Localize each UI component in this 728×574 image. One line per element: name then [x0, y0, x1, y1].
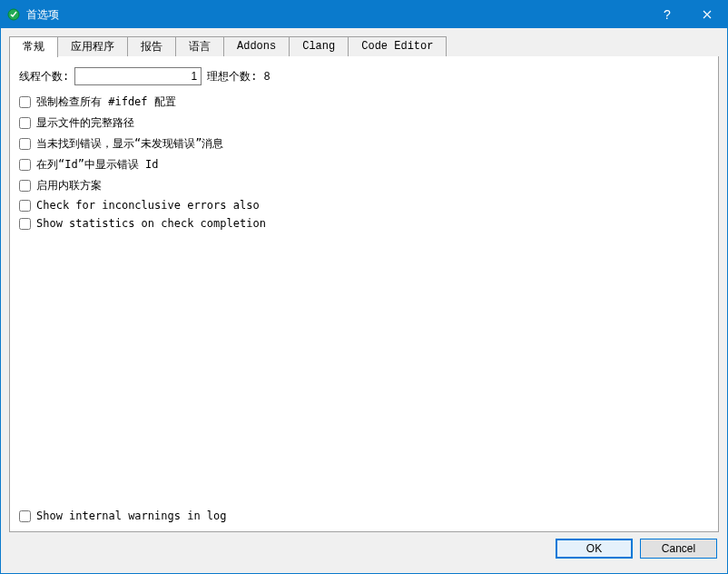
- tab-clang[interactable]: Clang: [289, 36, 349, 56]
- check-statistics-box[interactable]: [19, 218, 31, 230]
- ideal-threads-label: 理想个数: 8: [207, 69, 271, 84]
- check-inconclusive-box[interactable]: [19, 200, 31, 212]
- check-force-ifdef-box[interactable]: [19, 96, 31, 108]
- client-area: 常规 应用程序 报告 语言 Addons Clang Code Editor 线…: [1, 28, 727, 573]
- dialog-footer: OK Cancel: [9, 532, 719, 565]
- threads-input[interactable]: [74, 67, 202, 85]
- check-full-path[interactable]: 显示文件的完整路径: [19, 115, 709, 131]
- tab-bar: 常规 应用程序 报告 语言 Addons Clang Code Editor: [9, 36, 719, 56]
- check-no-errors-msg[interactable]: 当未找到错误，显示“未发现错误”消息: [19, 136, 709, 152]
- check-show-error-id-box[interactable]: [19, 159, 31, 171]
- threads-row: 线程个数: 理想个数: 8: [19, 67, 709, 85]
- check-full-path-box[interactable]: [19, 117, 31, 129]
- close-button[interactable]: [686, 1, 727, 28]
- tab-applications[interactable]: 应用程序: [57, 36, 128, 56]
- app-icon: [6, 7, 21, 22]
- check-inline-suppression[interactable]: 启用内联方案: [19, 178, 709, 193]
- tab-general[interactable]: 常规: [9, 36, 58, 57]
- check-force-ifdef[interactable]: 强制检查所有 #ifdef 配置: [19, 94, 709, 110]
- check-inline-suppression-box[interactable]: [19, 180, 31, 192]
- tab-addons[interactable]: Addons: [223, 36, 290, 56]
- tab-panel-general: 线程个数: 理想个数: 8 强制检查所有 #ifdef 配置 显示文件的完整路径: [9, 55, 719, 532]
- tab-language[interactable]: 语言: [175, 36, 224, 56]
- check-no-errors-msg-box[interactable]: [19, 138, 31, 150]
- ok-button[interactable]: OK: [556, 539, 633, 559]
- check-internal-warnings[interactable]: Show internal warnings in log: [19, 510, 709, 522]
- titlebar: 首选项 ?: [1, 1, 727, 28]
- check-statistics[interactable]: Show statistics on check completion: [19, 217, 709, 230]
- preferences-dialog: 首选项 ? 常规 应用程序 报告 语言 Addons Clang Code Ed…: [0, 0, 728, 574]
- check-show-error-id[interactable]: 在列“Id”中显示错误 Id: [19, 157, 709, 173]
- tab-container: 常规 应用程序 报告 语言 Addons Clang Code Editor 线…: [9, 36, 719, 532]
- spacer: [19, 230, 709, 510]
- help-button[interactable]: ?: [645, 1, 686, 28]
- window-title: 首选项: [26, 7, 645, 23]
- check-internal-warnings-box[interactable]: [19, 510, 31, 522]
- cancel-button[interactable]: Cancel: [640, 539, 717, 559]
- threads-label: 线程个数:: [19, 69, 69, 84]
- checkbox-group: 强制检查所有 #ifdef 配置 显示文件的完整路径 当未找到错误，显示“未发现…: [19, 94, 709, 230]
- svg-text:?: ?: [664, 8, 671, 21]
- tab-reports[interactable]: 报告: [127, 36, 176, 56]
- check-inconclusive[interactable]: Check for inconclusive errors also: [19, 199, 709, 212]
- tab-code-editor[interactable]: Code Editor: [348, 36, 447, 56]
